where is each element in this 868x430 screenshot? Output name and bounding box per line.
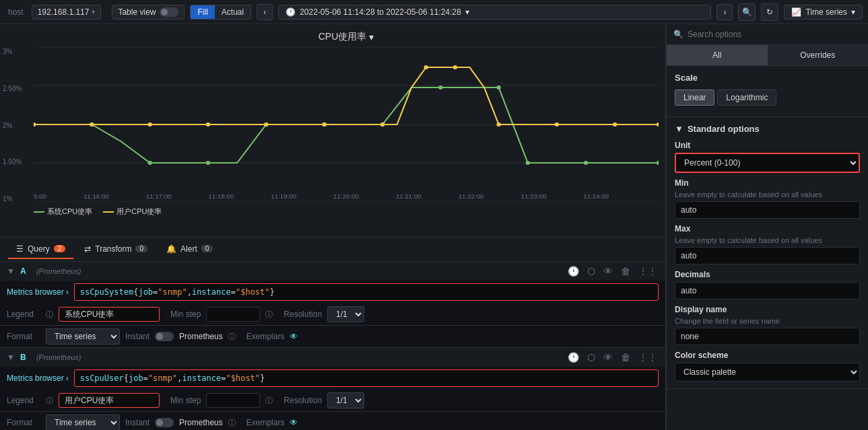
fill-button[interactable]: Fill (191, 5, 214, 19)
tab-transform[interactable]: ⇄ Transform 0 (76, 240, 156, 259)
query-b-copy-btn[interactable]: ⬡ (586, 351, 597, 364)
svg-point-18 (90, 122, 94, 127)
host-selector[interactable]: 192.168.1.117 ▾ (32, 5, 102, 20)
query-b-time-btn[interactable]: 🕐 (566, 351, 580, 364)
query-b-format-select[interactable]: Time series (46, 415, 120, 430)
tab-alert-label: Alert (180, 244, 197, 254)
query-a-copy-btn[interactable]: ⬡ (586, 264, 597, 278)
decimals-input[interactable] (675, 282, 860, 299)
query-a-format-select[interactable]: Time series (46, 328, 120, 345)
query-tabs: ☰ Query 2 ⇄ Transform 0 🔔 Alert 0 (0, 238, 665, 262)
query-a-legend-info-icon[interactable]: ⓘ (46, 310, 53, 320)
query-a-letter: A (20, 266, 31, 276)
nav-right-button[interactable]: › (716, 4, 733, 20)
tab-query-label: Query (28, 244, 50, 254)
min-sublabel: Leave empty to calculate based on all va… (675, 190, 860, 199)
query-a-minstep-info-icon[interactable]: ⓘ (265, 310, 273, 320)
query-b-header: ▼ B (Prometheus) 🕐 ⬡ 👁 🗑 ⋮⋮ (0, 348, 665, 367)
display-name-input[interactable] (675, 328, 860, 345)
query-b-prometheus-label: Prometheus (179, 418, 223, 427)
top-bar: host 192.168.1.117 ▾ Table view Fill Act… (0, 0, 868, 24)
query-a-exemplars-toggle-icon[interactable]: 👁 (290, 332, 298, 341)
query-a-legend-input[interactable] (59, 307, 160, 322)
tab-transform-icon: ⇄ (84, 244, 91, 254)
panel-title-text: Time series (805, 7, 847, 17)
nav-left-button[interactable]: ‹ (257, 4, 273, 20)
tab-alert-badge: 0 (201, 245, 213, 252)
max-input[interactable] (675, 247, 860, 264)
query-a-minstep-input[interactable] (206, 307, 260, 322)
color-scheme-select[interactable]: Classic palette (675, 363, 860, 382)
tab-alert[interactable]: 🔔 Alert 0 (158, 240, 221, 259)
query-a-prometheus-info-icon[interactable]: ⓘ (228, 332, 236, 342)
min-input[interactable] (675, 201, 860, 219)
query-b-legend-info-icon[interactable]: ⓘ (46, 396, 53, 406)
time-range-text: 2022-05-06 11:14:28 to 2022-05-06 11:24:… (300, 7, 461, 17)
svg-point-26 (496, 122, 500, 127)
scale-section-header[interactable]: Scale (675, 73, 860, 83)
query-panel: ☰ Query 2 ⇄ Transform 0 🔔 Alert 0 (0, 238, 665, 430)
query-b-letter: B (20, 353, 31, 362)
panel-title-area[interactable]: 📈 Time series ▾ (784, 5, 863, 20)
query-b-exemplars-toggle-icon[interactable]: 👁 (290, 418, 298, 427)
query-a-resolution-select[interactable]: 1/1 (327, 306, 364, 322)
query-b-prometheus-info-icon[interactable]: ⓘ (228, 418, 236, 428)
svg-point-22 (322, 122, 326, 127)
query-b-instant-toggle[interactable] (155, 418, 174, 427)
query-a-format-label: Format (7, 332, 40, 341)
max-sublabel: Leave empty to calculate based on all va… (675, 236, 860, 244)
query-b-drag-btn[interactable]: ⋮⋮ (637, 351, 659, 364)
time-range-picker[interactable]: 🕐 2022-05-06 11:14:28 to 2022-05-06 11:2… (278, 5, 711, 20)
query-b-delete-btn[interactable]: 🗑 (620, 351, 632, 364)
query-a-collapse-icon[interactable]: ▼ (7, 266, 15, 276)
chart-legend: 系统CPU使率 用户CPU使率 (34, 204, 659, 217)
metrics-browser-b-button[interactable]: Metrics browser › (7, 373, 69, 383)
query-a-eye-btn[interactable]: 👁 (602, 264, 614, 278)
metrics-browser-a-button[interactable]: Metrics browser › (7, 287, 69, 297)
svg-text:11:15:00: 11:15:00 (34, 193, 46, 200)
svg-point-12 (438, 85, 442, 89)
panel-chevron-icon: ▾ (851, 7, 855, 17)
query-b-format-label: Format (7, 418, 40, 427)
search-options-input[interactable] (688, 30, 861, 39)
tab-query-icon: ☰ (16, 244, 24, 254)
scale-group: Linear Logarithmic (675, 89, 860, 106)
table-view-toggle[interactable]: Table view (112, 5, 185, 20)
unit-select[interactable]: Percent (0-100) (675, 153, 860, 173)
query-b-minstep-info-icon[interactable]: ⓘ (265, 396, 273, 406)
actual-button[interactable]: Actual (215, 5, 251, 19)
fill-actual-toggle: Fill Actual (190, 5, 251, 20)
query-b-resolution-select[interactable]: 1/1 (327, 392, 364, 408)
query-a-drag-btn[interactable]: ⋮⋮ (637, 264, 659, 278)
refresh-button[interactable]: ↻ (761, 3, 778, 21)
standard-options-header[interactable]: ▼ Standard options (675, 124, 860, 134)
unit-label: Unit (675, 141, 860, 150)
color-scheme-label: Color scheme (675, 351, 860, 360)
svg-point-20 (206, 122, 210, 127)
svg-text:11:17:00: 11:17:00 (146, 193, 172, 200)
tab-overrides[interactable]: Overrides (768, 45, 869, 65)
query-a-time-btn[interactable]: 🕐 (566, 264, 580, 278)
max-label: Max (675, 224, 860, 234)
scale-linear-button[interactable]: Linear (675, 89, 714, 106)
table-view-label: Table view (118, 7, 156, 17)
query-b-input[interactable]: ssCpuUser{job="snmp",instance="$host"} (74, 369, 659, 387)
query-b-minstep-input[interactable] (206, 393, 260, 408)
legend-dot-system (34, 211, 44, 213)
tab-all[interactable]: All (667, 45, 768, 65)
query-b-resolution-label: Resolution (283, 396, 322, 405)
table-view-switch[interactable] (160, 7, 178, 17)
tab-query[interactable]: ☰ Query 2 (8, 240, 73, 259)
query-b-collapse-icon[interactable]: ▼ (7, 353, 15, 362)
legend-dot-user (103, 211, 114, 213)
query-b-legend-input[interactable] (59, 393, 160, 408)
svg-point-16 (657, 161, 659, 165)
search-options-bar: 🔍 (667, 24, 868, 45)
scale-logarithmic-button[interactable]: Logarithmic (717, 89, 776, 106)
query-b-eye-btn[interactable]: 👁 (602, 351, 614, 364)
legend-item-system: 系统CPU使率 (34, 207, 92, 217)
query-a-delete-btn[interactable]: 🗑 (620, 264, 632, 278)
query-a-input[interactable]: ssCpuSystem{job="snmp",instance="$host"} (74, 283, 659, 301)
zoom-button[interactable]: 🔍 (738, 3, 756, 21)
query-a-instant-toggle[interactable] (155, 332, 174, 341)
